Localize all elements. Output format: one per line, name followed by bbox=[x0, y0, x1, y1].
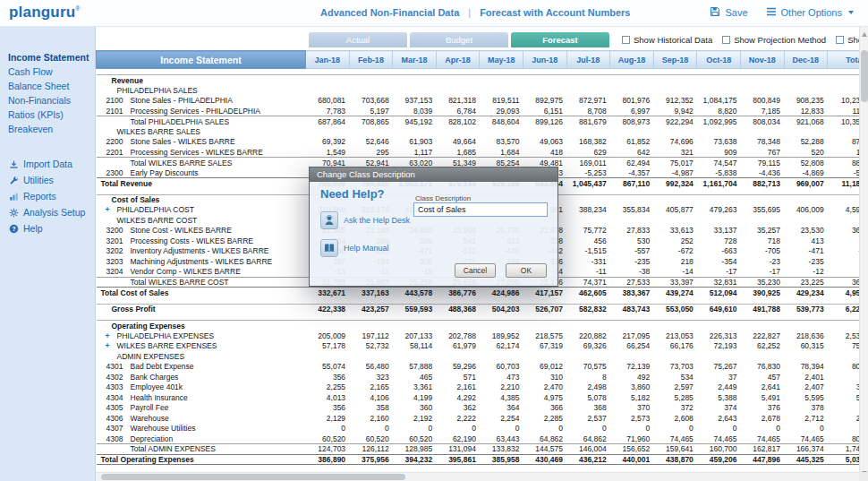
cell[interactable]: 406,009 bbox=[784, 205, 828, 216]
cell[interactable]: 76,830 bbox=[740, 362, 784, 373]
cell[interactable]: 2,407 bbox=[784, 382, 828, 393]
cell[interactable]: 2,161 bbox=[436, 382, 480, 393]
cell[interactable]: 491,788 bbox=[740, 304, 784, 314]
row-label[interactable]: Total WILKES BARRE COST bbox=[97, 277, 306, 288]
cell[interactable]: 61,903 bbox=[393, 137, 437, 148]
cell[interactable] bbox=[523, 85, 566, 96]
cell[interactable]: 63,443 bbox=[480, 434, 523, 444]
cell[interactable]: 27,833 bbox=[610, 226, 654, 236]
cell[interactable]: 2,537 bbox=[566, 413, 610, 424]
row-label[interactable]: 3201Processing Costs - WILKES BARRE bbox=[97, 236, 306, 246]
cell[interactable]: 687,864 bbox=[306, 116, 350, 127]
cell[interactable]: -4,987 bbox=[653, 167, 697, 178]
cell[interactable]: 78,348 bbox=[740, 137, 784, 148]
cell[interactable]: 337,163 bbox=[349, 288, 393, 298]
cell[interactable]: 162,817 bbox=[740, 444, 784, 455]
cell[interactable]: -5,253 bbox=[566, 167, 610, 178]
cell[interactable]: 0 bbox=[610, 424, 654, 434]
cell[interactable] bbox=[697, 321, 741, 331]
cell[interactable]: 62,252 bbox=[740, 341, 784, 352]
cell[interactable]: 7,783 bbox=[306, 106, 350, 116]
dialog-title-bar[interactable]: Change Class Description bbox=[310, 167, 557, 182]
cell[interactable] bbox=[393, 351, 437, 362]
cell[interactable]: 61,979 bbox=[436, 341, 480, 352]
cell[interactable]: 8 bbox=[566, 372, 610, 382]
cell[interactable] bbox=[523, 351, 566, 362]
cell[interactable]: 23,225 bbox=[784, 277, 828, 288]
cell[interactable]: -193 bbox=[828, 267, 859, 278]
cell[interactable] bbox=[697, 194, 741, 205]
sidebar-item-income-statement[interactable]: Income Statement bbox=[0, 50, 95, 64]
row-label[interactable]: WILKES BARRE SALES bbox=[97, 126, 306, 137]
cell[interactable]: -273 bbox=[828, 256, 859, 267]
cell[interactable]: 4,013 bbox=[306, 392, 350, 403]
cell[interactable]: 5,197 bbox=[349, 106, 393, 116]
cell[interactable]: 11,185,092 bbox=[828, 178, 859, 189]
cell[interactable]: 74,465 bbox=[784, 434, 828, 444]
sidebar-item-cash-flow[interactable]: Cash Flow bbox=[0, 64, 95, 79]
sidebar-item-ratios-kpis[interactable]: Ratios (KPIs) bbox=[0, 107, 95, 122]
cell[interactable]: 252 bbox=[653, 236, 697, 246]
cell[interactable] bbox=[740, 215, 784, 226]
cell[interactable]: 35,257 bbox=[740, 226, 784, 236]
cell[interactable]: 128,985 bbox=[393, 444, 437, 455]
cell[interactable]: 35,230 bbox=[740, 277, 784, 288]
cell[interactable] bbox=[740, 351, 784, 362]
class-description-input[interactable] bbox=[413, 202, 548, 217]
cell[interactable]: 848,604 bbox=[480, 116, 523, 127]
sidebar-item-analysis-setup[interactable]: Analysis Setup bbox=[0, 204, 95, 220]
cell[interactable] bbox=[697, 351, 741, 362]
row-label[interactable]: Cost of Sales bbox=[97, 194, 306, 205]
cell[interactable]: 2,192 bbox=[393, 413, 437, 424]
row-label[interactable]: 2300Early Pay Discounts bbox=[97, 167, 306, 178]
row-label[interactable]: Operating Expenses bbox=[97, 321, 306, 331]
cell[interactable]: 2,608 bbox=[653, 413, 697, 424]
cell[interactable] bbox=[566, 351, 610, 362]
cell[interactable]: 74,465 bbox=[740, 434, 784, 444]
cell[interactable]: -663 bbox=[697, 246, 741, 257]
cell[interactable]: 12,833 bbox=[784, 106, 828, 116]
expand-icon[interactable]: + bbox=[106, 341, 117, 350]
cell[interactable]: 383,367 bbox=[610, 288, 654, 298]
cell[interactable]: 882,713 bbox=[740, 178, 784, 189]
cell[interactable] bbox=[697, 75, 741, 86]
cell[interactable]: 439,274 bbox=[653, 288, 697, 298]
cell[interactable]: 70,575 bbox=[566, 362, 610, 373]
cell[interactable]: 2,254 bbox=[480, 413, 523, 424]
cell[interactable]: 4,591,331 bbox=[828, 205, 859, 216]
cell[interactable] bbox=[523, 321, 566, 331]
column-header-mar-18[interactable]: Mar-18 bbox=[393, 51, 437, 69]
row-label[interactable]: 3202Inventory Adjustments - WILKES BARRE bbox=[97, 246, 306, 257]
cell[interactable]: 374 bbox=[697, 403, 741, 414]
cell[interactable]: 52,808 bbox=[784, 158, 828, 168]
cell[interactable]: 57,888 bbox=[393, 362, 437, 373]
column-header-jul-18[interactable]: Jul-18 bbox=[566, 51, 610, 69]
link-advanced-non-financial-data[interactable]: Advanced Non-Financial Data bbox=[320, 7, 459, 18]
cell[interactable] bbox=[349, 75, 393, 86]
cell[interactable]: 539,773 bbox=[784, 304, 828, 314]
cell[interactable]: -38 bbox=[610, 267, 654, 278]
cell[interactable]: -331 bbox=[566, 256, 610, 267]
cell[interactable]: 31,074 bbox=[828, 382, 859, 393]
cell[interactable]: 0 bbox=[523, 424, 566, 434]
cell[interactable]: 126,112 bbox=[349, 444, 393, 455]
column-header-jan-18[interactable]: Jan-18 bbox=[306, 51, 350, 69]
cell[interactable] bbox=[610, 194, 654, 205]
cell[interactable]: 718 bbox=[740, 236, 784, 246]
cell[interactable] bbox=[610, 351, 654, 362]
cell[interactable]: 2,210 bbox=[480, 382, 523, 393]
cell[interactable]: 801,976 bbox=[610, 96, 654, 107]
cell[interactable]: 218 bbox=[653, 256, 697, 267]
checkbox-show-projection-method[interactable]: Show Projection Method bbox=[722, 35, 826, 45]
cell[interactable]: 218,636 bbox=[784, 331, 828, 341]
cell[interactable]: 4,292 bbox=[436, 392, 480, 403]
cell[interactable]: 0 bbox=[566, 424, 610, 434]
cell[interactable] bbox=[480, 321, 523, 331]
cell[interactable]: 6,151 bbox=[523, 106, 566, 116]
cell[interactable]: 5,078 bbox=[566, 392, 610, 403]
cell[interactable]: 62,174 bbox=[480, 341, 523, 352]
cell[interactable]: 388,234 bbox=[566, 205, 610, 216]
cell[interactable] bbox=[740, 321, 784, 331]
row-label[interactable]: 4304Health Insurance bbox=[97, 392, 306, 403]
cell[interactable]: 323 bbox=[349, 372, 393, 382]
